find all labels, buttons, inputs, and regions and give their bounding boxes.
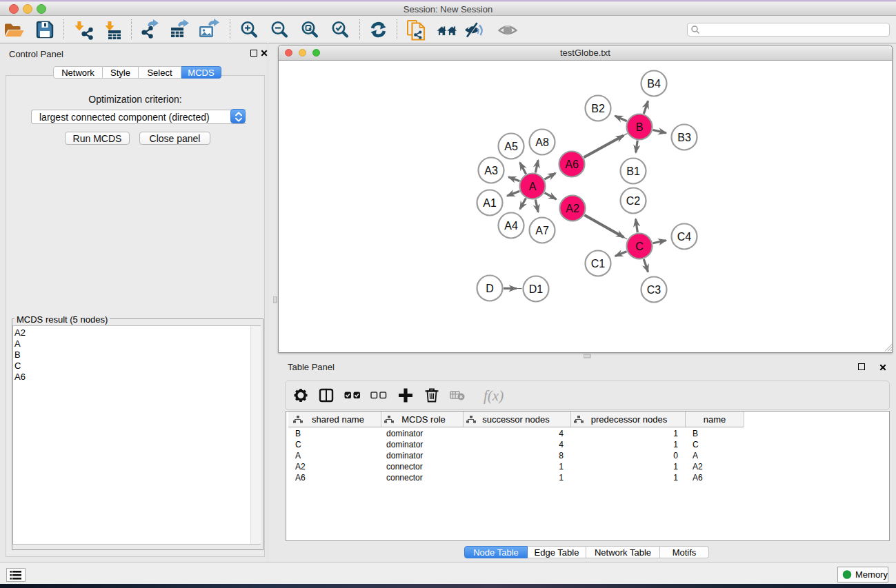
svg-text:A6: A6 (565, 159, 579, 170)
svg-text:predecessor nodes: predecessor nodes (591, 414, 668, 425)
svg-text:B: B (295, 429, 301, 438)
svg-text:A4: A4 (504, 220, 518, 232)
svg-text:shared name: shared name (312, 414, 364, 425)
svg-text:B: B (636, 121, 644, 133)
svg-text:A2: A2 (566, 203, 579, 214)
svg-text:A: A (295, 451, 301, 460)
svg-text:A8: A8 (535, 136, 549, 148)
svg-text:B4: B4 (647, 78, 661, 90)
svg-text:A6: A6 (693, 473, 703, 483)
svg-text:A: A (693, 451, 698, 460)
svg-text:A3: A3 (484, 165, 498, 176)
svg-text:successor nodes: successor nodes (482, 414, 550, 425)
svg-text:connector: connector (386, 473, 423, 483)
svg-text:C1: C1 (591, 258, 606, 270)
svg-text:f(x): f(x) (484, 387, 504, 404)
svg-text:A2: A2 (295, 462, 306, 472)
svg-text:1: 1 (559, 462, 564, 472)
svg-text:A6: A6 (295, 473, 306, 483)
svg-text:C: C (295, 440, 301, 449)
svg-text:4: 4 (559, 429, 564, 438)
svg-text:A7: A7 (535, 225, 549, 236)
svg-text:C: C (635, 241, 644, 252)
svg-text:B2: B2 (591, 103, 605, 114)
svg-text:B1: B1 (626, 165, 640, 177)
svg-text:1: 1 (559, 473, 564, 483)
svg-text:dominator: dominator (386, 451, 423, 460)
svg-text:A5: A5 (504, 141, 518, 152)
svg-text:0: 0 (673, 451, 678, 460)
svg-text:1: 1 (673, 440, 678, 449)
svg-text:dominator: dominator (386, 429, 423, 438)
svg-text:Memory: Memory (855, 569, 888, 580)
svg-text:C3: C3 (647, 284, 661, 296)
svg-text:A: A (529, 181, 537, 192)
svg-text:8: 8 (559, 451, 564, 460)
svg-text:1: 1 (673, 473, 678, 483)
svg-text:B3: B3 (677, 132, 691, 143)
svg-text:4: 4 (559, 440, 564, 449)
svg-text:A1: A1 (483, 197, 497, 209)
svg-text:C2: C2 (626, 195, 641, 207)
svg-text:D: D (486, 283, 494, 294)
svg-text:C: C (693, 440, 699, 449)
svg-text:A2: A2 (693, 462, 703, 472)
svg-text:B: B (693, 429, 698, 438)
svg-text:1: 1 (673, 462, 678, 472)
svg-text:1: 1 (673, 429, 678, 438)
svg-text:connector: connector (386, 462, 423, 472)
svg-text:D1: D1 (529, 283, 544, 295)
svg-text:MCDS role: MCDS role (401, 414, 446, 425)
svg-text:name: name (704, 414, 726, 425)
svg-text:dominator: dominator (386, 440, 423, 449)
svg-text:C4: C4 (677, 231, 692, 243)
